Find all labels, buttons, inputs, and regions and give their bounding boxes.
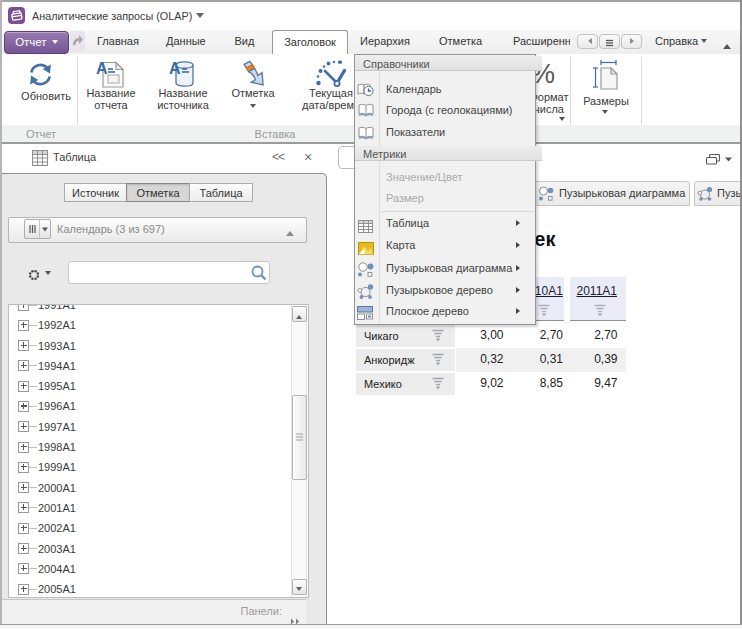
svg-text:A: A: [169, 60, 181, 77]
svg-text:A: A: [96, 60, 108, 77]
